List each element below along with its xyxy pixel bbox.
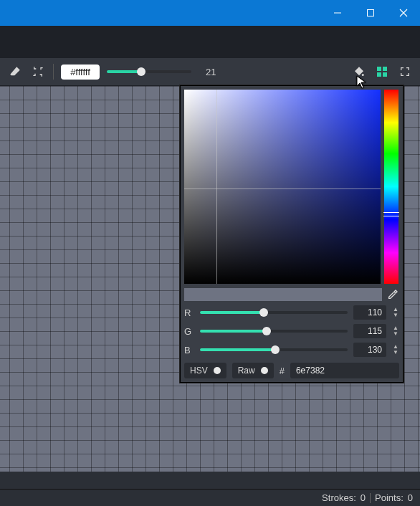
points-value: 0 (408, 492, 413, 503)
maximize-button[interactable] (354, 0, 387, 26)
current-color-hex[interactable]: #ffffff (61, 65, 100, 80)
status-bar: Strokes: 0 Points: 0 (0, 489, 420, 506)
channel-label-b: B (184, 345, 194, 355)
svg-rect-4 (383, 67, 387, 71)
channel-stepper-b[interactable]: ▲▼ (392, 345, 399, 355)
channel-value-b[interactable]: 130 (353, 343, 386, 357)
hue-slider[interactable] (384, 90, 398, 284)
toolbar-separator (53, 64, 54, 80)
brush-size-thumb[interactable] (137, 67, 145, 76)
channel-slider-g[interactable] (200, 330, 348, 333)
color-preview (184, 288, 382, 301)
svg-point-2 (362, 74, 364, 76)
strokes-label: Strokes: (322, 492, 356, 503)
raw-toggle[interactable]: Raw (232, 363, 274, 378)
saturation-value-field[interactable] (184, 90, 381, 284)
hsv-toggle[interactable]: HSV (184, 363, 226, 378)
brush-size-value: 21 (206, 67, 216, 77)
strokes-value: 0 (361, 492, 366, 503)
minimize-button[interactable] (321, 0, 354, 26)
channel-label-r: R (184, 307, 194, 318)
channel-thumb-r[interactable] (259, 308, 268, 317)
grid-icon[interactable] (374, 64, 390, 80)
eyedropper-icon[interactable] (386, 288, 399, 301)
window-titlebar (0, 0, 420, 26)
channel-slider-r[interactable] (200, 311, 348, 314)
svg-rect-1 (368, 10, 374, 16)
channel-stepper-r[interactable]: ▲▼ (392, 307, 399, 318)
svg-rect-5 (377, 72, 381, 77)
hex-hash: # (280, 366, 285, 376)
toolbar: #ffffff 21 (0, 57, 420, 86)
svg-rect-3 (377, 67, 381, 71)
channel-stepper-g[interactable]: ▲▼ (392, 326, 399, 336)
fill-icon[interactable] (351, 64, 367, 80)
hex-input[interactable]: 6e7382 (290, 363, 399, 378)
points-label: Points: (375, 492, 404, 503)
channel-row-g: G 115 ▲▼ (184, 324, 399, 338)
channel-value-r[interactable]: 110 (353, 305, 386, 320)
window-header-spacer (0, 26, 420, 57)
channel-row-r: R 110 ▲▼ (184, 305, 399, 320)
channel-thumb-b[interactable] (271, 345, 280, 354)
brush-size-slider[interactable] (107, 70, 191, 73)
close-button[interactable] (387, 0, 420, 26)
channel-label-g: G (184, 326, 194, 337)
channel-thumb-g[interactable] (262, 327, 271, 335)
svg-rect-6 (383, 72, 387, 77)
color-picker-popup: R 110 ▲▼ G 115 ▲▼ B 130 ▲▼ (179, 85, 404, 383)
svg-rect-0 (334, 13, 341, 14)
channel-slider-b[interactable] (200, 348, 348, 351)
channel-row-b: B 130 ▲▼ (184, 343, 399, 357)
channel-value-g[interactable]: 115 (353, 324, 386, 338)
crop-icon[interactable] (30, 64, 46, 80)
eraser-icon[interactable] (7, 64, 23, 80)
fullscreen-icon[interactable] (397, 64, 413, 80)
